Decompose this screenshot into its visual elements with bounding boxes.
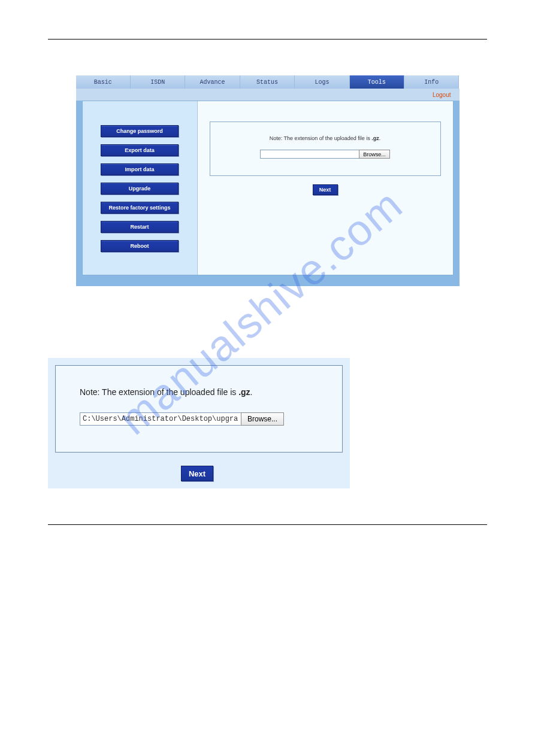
tools-sidebar: Change password Export data Import data … [83, 101, 198, 275]
upload-box: Note: The extension of the uploaded file… [210, 122, 441, 176]
sidebar-restore-factory[interactable]: Restore factory settings [101, 202, 179, 214]
tab-tools[interactable]: Tools [350, 75, 404, 89]
top-tabbar: Basic ISDN Advance Status Logs Tools Inf… [76, 75, 460, 89]
upload-note: Note: The extension of the uploaded file… [221, 135, 430, 141]
sidebar-export-data[interactable]: Export data [101, 144, 179, 156]
header-strip: Logout [76, 89, 460, 101]
browse-button[interactable]: Browse... [359, 150, 390, 159]
tab-status[interactable]: Status [240, 75, 295, 89]
logout-link[interactable]: Logout [433, 92, 451, 98]
sidebar-import-data[interactable]: Import data [101, 163, 179, 175]
tab-isdn[interactable]: ISDN [131, 75, 185, 89]
file-path-input-zoom[interactable] [80, 412, 241, 426]
sidebar-change-password[interactable]: Change password [101, 125, 179, 137]
tab-logs[interactable]: Logs [295, 75, 349, 89]
tab-advance[interactable]: Advance [185, 75, 240, 89]
tab-basic[interactable]: Basic [76, 75, 131, 89]
screenshot-upload-zoom: Note: The extension of the uploaded file… [48, 358, 350, 488]
screenshot-tools-panel: Basic ISDN Advance Status Logs Tools Inf… [76, 75, 460, 286]
file-path-input[interactable] [260, 150, 359, 159]
page-rule-bot [48, 524, 487, 525]
tab-info[interactable]: Info [404, 75, 459, 89]
browse-button-zoom[interactable]: Browse... [241, 412, 284, 426]
sidebar-upgrade[interactable]: Upgrade [101, 183, 179, 195]
upload-note-zoom: Note: The extension of the uploaded file… [80, 387, 318, 397]
sidebar-reboot[interactable]: Reboot [101, 240, 179, 252]
page-rule-top [48, 39, 487, 40]
next-button-zoom[interactable]: Next [181, 466, 213, 481]
sidebar-restart[interactable]: Restart [101, 221, 179, 233]
next-button[interactable]: Next [313, 184, 338, 195]
